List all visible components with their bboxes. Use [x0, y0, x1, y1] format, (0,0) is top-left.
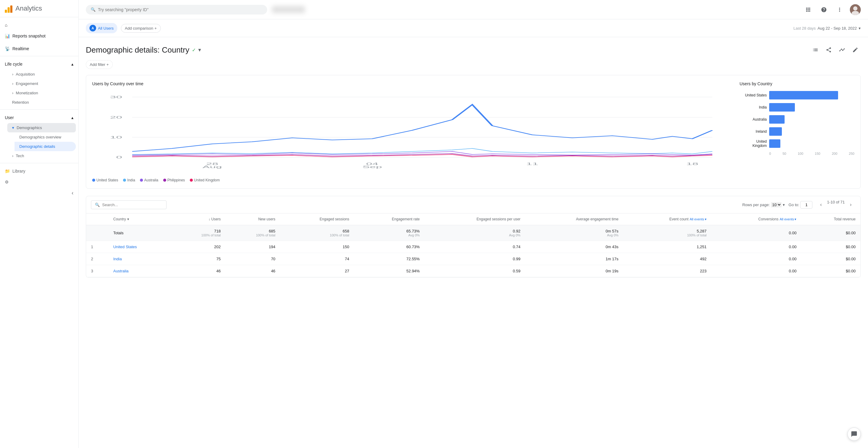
user-section-header[interactable]: User ▴ — [0, 112, 78, 123]
row-aet-2: 1m 17s — [525, 253, 623, 265]
row-country-3[interactable]: Australia — [108, 265, 171, 277]
sidebar-item-home[interactable]: ⌂ — [0, 20, 73, 31]
sidebar-item-acquisition[interactable]: › Acquisition — [7, 69, 76, 79]
totals-new-users-cell: 685 100% of total — [225, 225, 280, 241]
sidebar-item-engagement[interactable]: › Engagement — [7, 79, 76, 88]
th-conversions[interactable]: Conversions All events▾ — [711, 213, 802, 225]
apps-icon-button[interactable] — [803, 4, 814, 15]
row-rev-3: $0.00 — [801, 265, 861, 277]
th-event-count[interactable]: Event count All events▾ — [623, 213, 711, 225]
logo-bar-1 — [5, 10, 7, 13]
all-users-circle: A — [89, 25, 96, 31]
table-search[interactable]: 🔍 — [91, 201, 166, 209]
date-range-label: Last 28 days — [793, 26, 816, 31]
row-users-1: 202 — [171, 241, 226, 253]
row-conv-3: 0.00 — [711, 265, 802, 277]
goto-input[interactable] — [800, 201, 812, 209]
insights-button[interactable] — [837, 44, 847, 55]
user-avatar[interactable] — [850, 4, 861, 15]
legend-dot-philippines — [163, 179, 166, 182]
search-icon: 🔍 — [91, 7, 95, 12]
title-dropdown-icon[interactable]: ▾ — [198, 47, 201, 53]
totals-es-sub: 100% of total — [285, 233, 349, 237]
row-country-2[interactable]: India — [108, 253, 171, 265]
row-espu-3: 0.59 — [425, 265, 525, 277]
sidebar-item-tech[interactable]: › Tech — [7, 151, 76, 160]
collapse-icon: ‹ — [72, 190, 73, 196]
bar-chart-x-axis: 0 50 100 150 200 250 — [740, 152, 855, 155]
add-comparison-label: Add comparison — [125, 26, 153, 31]
bar-australia — [769, 115, 784, 124]
add-comparison-button[interactable]: Add comparison + — [121, 24, 161, 33]
all-users-badge[interactable]: A All Users — [86, 23, 117, 33]
share-button[interactable] — [823, 44, 834, 55]
event-count-dropdown[interactable]: All events▾ — [690, 217, 707, 221]
date-range[interactable]: Last 28 days Aug 22 - Sep 18, 2022 ▾ — [793, 26, 861, 31]
page-count: 1-10 of 71 — [827, 200, 845, 209]
row-conv-2: 0.00 — [711, 253, 802, 265]
chat-button[interactable] — [847, 427, 861, 441]
totals-users-cell: 718 100% of total — [171, 225, 226, 241]
conversions-dropdown[interactable]: All events▾ — [780, 217, 797, 221]
th-new-users[interactable]: New users — [225, 213, 280, 225]
table-view-button[interactable] — [810, 44, 821, 55]
svg-text:18: 18 — [686, 162, 698, 166]
svg-text:30: 30 — [110, 95, 122, 99]
user-section-label: User — [5, 115, 14, 120]
more-icon-button[interactable] — [834, 4, 845, 15]
sidebar-collapse-button[interactable]: ‹ — [0, 187, 78, 199]
th-country[interactable]: Country ▾ — [108, 213, 171, 225]
legend-item-us: United States — [92, 178, 118, 182]
totals-users-sub: 100% of total — [176, 233, 221, 237]
row-es-1: 150 — [280, 241, 354, 253]
th-engaged-sessions[interactable]: Engaged sessions — [280, 213, 354, 225]
sidebar-item-realtime[interactable]: 📡 Realtime — [0, 44, 73, 54]
lifecycle-items: › Acquisition › Engagement › Monetizatio… — [0, 69, 78, 107]
search-input[interactable] — [98, 7, 262, 12]
search-bar[interactable]: 🔍 — [86, 5, 267, 14]
edit-button[interactable] — [850, 44, 861, 55]
help-icon-button[interactable] — [818, 4, 829, 15]
sidebar-item-library[interactable]: 📁 Library — [0, 166, 78, 177]
legend-label-philippines: Philippines — [167, 178, 185, 182]
sidebar-item-monetization[interactable]: › Monetization — [7, 88, 76, 98]
rows-per-page: Rows per page: 10 25 50 ▾ — [742, 202, 785, 207]
svg-point-1 — [853, 6, 858, 10]
th-users[interactable]: ↓ Users — [171, 213, 226, 225]
th-engagement-rate[interactable]: Engagement rate — [354, 213, 425, 225]
sidebar-item-demographic-details[interactable]: Demographic details — [14, 142, 76, 151]
users-header-label: ↓ Users — [209, 217, 221, 221]
page-title-actions — [810, 44, 861, 55]
totals-conv-value: 0.00 — [789, 231, 796, 235]
row-country-1[interactable]: United States — [108, 241, 171, 253]
th-avg-engagement-time[interactable]: Average engagement time — [525, 213, 623, 225]
filter-plus-icon: + — [106, 62, 109, 67]
nav-divider-1 — [0, 56, 78, 56]
rows-per-page-select[interactable]: 10 25 50 — [771, 202, 781, 207]
bar-label-australia: Australia — [740, 117, 767, 121]
sidebar-item-reports[interactable]: 📊 Reports snapshot — [0, 31, 73, 41]
row-rev-1: $0.00 — [801, 241, 861, 253]
bar-chart-area: United States India Australia — [740, 91, 855, 148]
sidebar-item-demographics[interactable]: ▾ Demographics — [7, 123, 76, 132]
th-engaged-sessions-per-user[interactable]: Engaged sessions per user — [425, 213, 525, 225]
demographics-collapse-icon: ▾ — [12, 125, 14, 130]
sidebar-item-retention[interactable]: Retention — [7, 98, 76, 107]
table-search-input[interactable] — [102, 203, 163, 207]
tech-expand-icon: › — [12, 154, 13, 158]
user-section-items: ▾ Demographics Demographics overview Dem… — [0, 123, 78, 160]
all-users-label: All Users — [98, 26, 114, 31]
settings-icon: ⚙ — [5, 180, 9, 184]
sidebar-item-settings[interactable]: ⚙ — [0, 177, 78, 187]
legend-label-australia: Australia — [144, 178, 158, 182]
prev-page-button[interactable]: ‹ — [816, 200, 826, 209]
th-total-revenue[interactable]: Total revenue — [801, 213, 861, 225]
monetization-expand-icon: › — [12, 91, 13, 95]
add-filter-button[interactable]: Add filter + — [86, 60, 113, 69]
lifecycle-header[interactable]: Life cycle ▴ — [0, 59, 78, 69]
country-sort-icon: ▾ — [127, 217, 129, 221]
th-row-num — [86, 213, 108, 225]
totals-engaged-sessions-cell: 658 100% of total — [280, 225, 354, 241]
next-page-button[interactable]: › — [846, 200, 856, 209]
sidebar-item-demographics-overview[interactable]: Demographics overview — [14, 132, 76, 142]
